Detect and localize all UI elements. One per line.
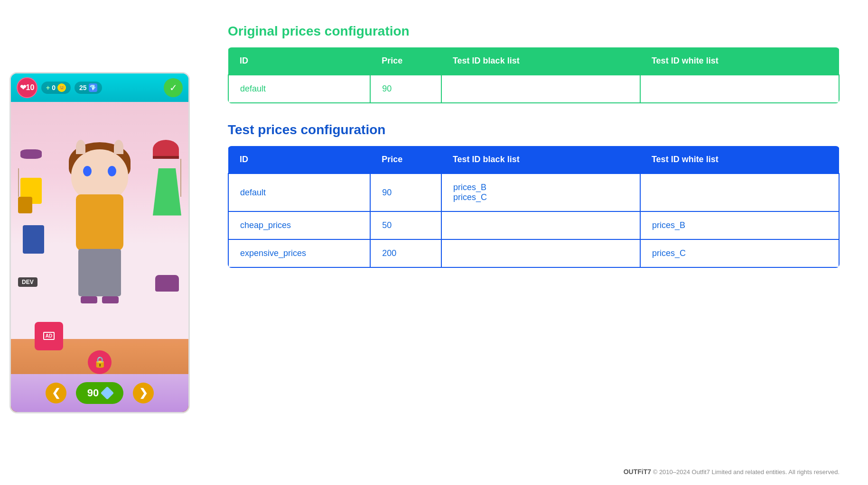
cell-id: default	[228, 174, 370, 211]
character	[57, 140, 142, 311]
hanger-right	[180, 159, 181, 197]
cell-price: 90	[370, 75, 441, 103]
hanger-left	[18, 168, 19, 197]
shoes-item	[155, 275, 179, 292]
test-prices-table: ID Price Test ID black list Test ID whit…	[228, 146, 840, 268]
hat-item	[153, 140, 179, 159]
cell-price: 50	[370, 211, 441, 239]
original-header-id: ID	[228, 47, 370, 75]
ad-label: AD	[43, 332, 55, 340]
check-icon: ✓	[169, 82, 177, 93]
heart-icon: ❤	[20, 83, 26, 92]
cell-price: 200	[370, 239, 441, 267]
game-room: DEV	[11, 102, 188, 339]
original-prices-section: Original prices configuration ID Price T…	[228, 24, 840, 103]
cell-whitelist: prices_C	[640, 239, 839, 267]
coin-area: + 0 😊	[41, 82, 71, 94]
original-header-whitelist: Test ID white list	[640, 47, 839, 75]
char-head	[71, 149, 128, 201]
test-header-whitelist: Test ID white list	[640, 146, 839, 174]
dress-item	[153, 168, 181, 216]
cell-id: expensive_prices	[228, 239, 370, 267]
nav-left-button[interactable]: ❮	[46, 383, 66, 403]
cell-blacklist	[441, 75, 640, 103]
test-header-blacklist: Test ID black list	[441, 146, 640, 174]
gem-area: 25 💎	[75, 82, 102, 94]
coin-icon: 😊	[57, 83, 66, 92]
left-arrow-icon: ❮	[52, 387, 60, 399]
game-bottom: ❮ 90 ❯	[11, 374, 188, 412]
glasses-item	[20, 149, 42, 159]
gem-icon: 💎	[89, 83, 97, 92]
footer-copyright: © 2010–2024 Outfit7 Limited and related …	[653, 468, 840, 476]
gem-count: 25	[79, 84, 87, 92]
heart-badge: ❤ 10	[17, 77, 37, 98]
plus-icon: +	[46, 84, 50, 92]
price-display: 90	[87, 387, 99, 399]
table-row: default 90 prices_Bprices_C	[228, 174, 839, 211]
test-header-id: ID	[228, 146, 370, 174]
original-header-blacklist: Test ID black list	[441, 47, 640, 75]
cell-blacklist: prices_Bprices_C	[441, 174, 640, 211]
game-topbar: ❤ 10 + 0 😊 25 💎 ✓	[11, 73, 188, 102]
cell-id: default	[228, 75, 370, 103]
footer: OUTFiT7 © 2010–2024 Outfit7 Limited and …	[624, 468, 840, 476]
test-header-price: Price	[370, 146, 441, 174]
cell-whitelist	[640, 75, 839, 103]
watch-item	[18, 197, 32, 213]
diamond-icon	[101, 386, 114, 399]
original-table-header-row: ID Price Test ID black list Test ID whit…	[228, 47, 839, 75]
dev-badge: DEV	[18, 277, 37, 287]
game-screenshot: ❤ 10 + 0 😊 25 💎 ✓	[9, 72, 190, 413]
table-row: default 90	[228, 75, 839, 103]
right-arrow-icon: ❯	[139, 387, 148, 399]
original-header-price: Price	[370, 47, 441, 75]
game-panel: ❤ 10 + 0 😊 25 💎 ✓	[0, 0, 199, 485]
coin-count: 0	[52, 84, 56, 92]
original-prices-table: ID Price Test ID black list Test ID whit…	[228, 47, 840, 103]
cell-blacklist	[441, 239, 640, 267]
cell-id: cheap_prices	[228, 211, 370, 239]
original-prices-title: Original prices configuration	[228, 24, 840, 39]
table-row: cheap_prices 50 prices_B	[228, 211, 839, 239]
cell-price: 90	[370, 174, 441, 211]
test-prices-section: Test prices configuration ID Price Test …	[228, 122, 840, 268]
char-body-torso	[76, 194, 123, 251]
config-panel: Original prices configuration ID Price T…	[199, 0, 868, 485]
test-table-header-row: ID Price Test ID black list Test ID whit…	[228, 146, 839, 174]
price-badge[interactable]: 90	[76, 382, 123, 404]
test-prices-title: Test prices configuration	[228, 122, 840, 137]
nav-right-button[interactable]: ❯	[133, 383, 154, 403]
check-button[interactable]: ✓	[164, 78, 183, 97]
cell-whitelist: prices_B	[640, 211, 839, 239]
cell-blacklist	[441, 211, 640, 239]
char-body	[62, 149, 138, 311]
heart-count: 10	[26, 83, 35, 92]
lock-icon: 🔒	[88, 350, 112, 374]
footer-brand: OUTFiT7	[624, 468, 651, 476]
pants-item	[23, 225, 44, 254]
char-legs	[78, 249, 121, 296]
table-row: expensive_prices 200 prices_C	[228, 239, 839, 267]
gift-box[interactable]: AD	[35, 322, 63, 350]
cell-whitelist	[640, 174, 839, 211]
